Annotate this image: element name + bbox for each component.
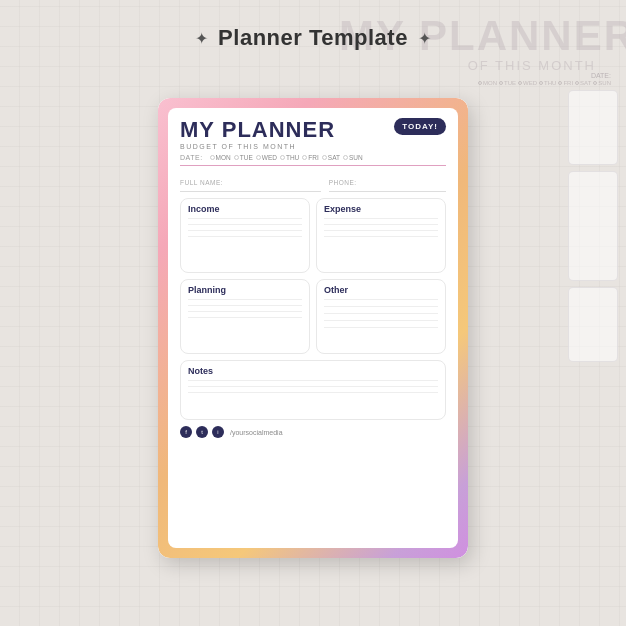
income-lines [188, 218, 302, 237]
bg-day-tue: TUE [499, 80, 516, 86]
other-line-2 [324, 306, 438, 307]
today-bubble: TODAY! [394, 118, 446, 135]
name-phone-row: FULL NAME: PHONE: [180, 171, 446, 192]
bg-day-fri: FRI [558, 80, 573, 86]
day-mon: MON [210, 154, 231, 161]
expense-line-4 [324, 236, 438, 237]
header-deco-right: ✦ [418, 29, 431, 48]
header-deco-left: ✦ [195, 29, 208, 48]
planning-label: Planning [188, 285, 302, 295]
instagram-icon: i [212, 426, 224, 438]
expense-line-2 [324, 224, 438, 225]
day-sun: SUN [343, 154, 363, 161]
day-sat: SAT [322, 154, 340, 161]
full-name-field: FULL NAME: [180, 171, 321, 192]
notes-label: Notes [188, 366, 438, 376]
bg-day-wed: WED [518, 80, 537, 86]
other-line-1 [324, 299, 438, 300]
social-icons: f t i [180, 426, 224, 438]
watermark-subtitle: OF THIS MONTH [468, 58, 596, 73]
notes-line-2 [188, 386, 438, 387]
expense-section: Expense [316, 198, 446, 273]
bg-date-area: DATE: [591, 72, 611, 79]
planning-line-3 [188, 311, 302, 312]
bg-day-sun: SUN [593, 80, 611, 86]
gradient-bg: MY PLANNER BUDGET OF THIS MONTH TODAY! D… [158, 98, 468, 558]
header-title: Planner Template [218, 25, 408, 51]
twitter-icon: t [196, 426, 208, 438]
header-bar: ✦ Planner Template ✦ [195, 25, 431, 51]
notes-line-1 [188, 380, 438, 381]
day-thu: THU [280, 154, 299, 161]
bg-panel-1 [568, 90, 618, 165]
facebook-icon: f [180, 426, 192, 438]
day-wed: WED [256, 154, 277, 161]
planner-subtitle: BUDGET OF THIS MONTH [180, 143, 335, 150]
planning-section: Planning [180, 279, 310, 354]
expense-lines [324, 218, 438, 237]
bg-day-sat: SAT [575, 80, 591, 86]
date-label: DATE: [180, 154, 203, 161]
planner-main-title: MY PLANNER [180, 118, 335, 142]
planner-card: MY PLANNER BUDGET OF THIS MONTH TODAY! D… [158, 98, 468, 558]
bg-day-mon: MON [478, 80, 497, 86]
income-section: Income [180, 198, 310, 273]
income-line-3 [188, 230, 302, 231]
other-line-5 [324, 327, 438, 328]
day-fri: FRI [302, 154, 318, 161]
notes-line-3 [188, 392, 438, 393]
notes-lines [188, 380, 438, 393]
income-line-4 [188, 236, 302, 237]
other-line-4 [324, 320, 438, 321]
bg-panel-2 [568, 171, 618, 281]
income-line-2 [188, 224, 302, 225]
expense-line-1 [324, 218, 438, 219]
expense-label: Expense [324, 204, 438, 214]
planner-title-block: MY PLANNER BUDGET OF THIS MONTH [180, 118, 335, 150]
other-label: Other [324, 285, 438, 295]
planner-header: MY PLANNER BUDGET OF THIS MONTH TODAY! [180, 118, 446, 150]
full-name-label: FULL NAME: [180, 179, 223, 186]
bg-right-panels [568, 90, 618, 362]
social-handle: /yoursocialmedia [230, 429, 283, 436]
expense-line-3 [324, 230, 438, 231]
phone-field: PHONE: [329, 171, 446, 192]
planning-line-1 [188, 299, 302, 300]
planning-line-2 [188, 305, 302, 306]
planning-line-4 [188, 317, 302, 318]
bg-day-thu: THU [539, 80, 556, 86]
other-lines [324, 299, 438, 328]
bg-panel-3 [568, 287, 618, 362]
income-label: Income [188, 204, 302, 214]
bg-date-label: DATE: [591, 72, 611, 79]
notes-section: Notes [180, 360, 446, 420]
planning-lines [188, 299, 302, 318]
planner-footer: f t i /yoursocialmedia [180, 426, 446, 438]
phone-label: PHONE: [329, 179, 357, 186]
planner-inner: MY PLANNER BUDGET OF THIS MONTH TODAY! D… [168, 108, 458, 548]
top-sections-grid: Income Expense [180, 198, 446, 354]
income-line-1 [188, 218, 302, 219]
other-line-3 [324, 313, 438, 314]
date-row: DATE: MON TUE WED THU FRI SAT SUN [180, 154, 446, 166]
bg-days-area: MON TUE WED THU FRI SAT SUN [478, 80, 611, 86]
day-tue: TUE [234, 154, 253, 161]
other-section: Other [316, 279, 446, 354]
